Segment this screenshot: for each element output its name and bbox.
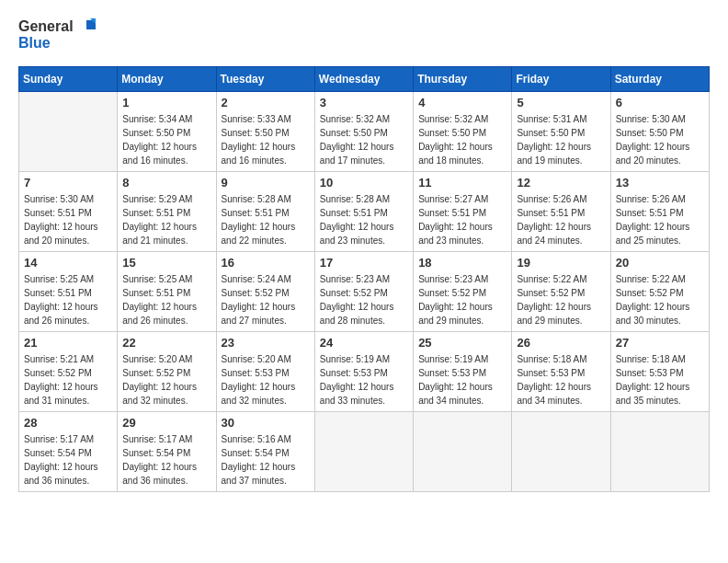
- week-row-2: 7Sunrise: 5:30 AMSunset: 5:51 PMDaylight…: [19, 171, 710, 251]
- calendar-cell: 26Sunrise: 5:18 AMSunset: 5:53 PMDayligh…: [512, 331, 610, 411]
- week-row-5: 28Sunrise: 5:17 AMSunset: 5:54 PMDayligh…: [19, 411, 710, 491]
- calendar-cell: 3Sunrise: 5:32 AMSunset: 5:50 PMDaylight…: [314, 91, 413, 171]
- weekday-header-friday: Friday: [512, 66, 610, 91]
- day-info: Sunrise: 5:22 AMSunset: 5:52 PMDaylight:…: [616, 272, 704, 327]
- day-number: 7: [24, 176, 112, 190]
- calendar-cell: 28Sunrise: 5:17 AMSunset: 5:54 PMDayligh…: [19, 411, 118, 491]
- calendar-cell: 19Sunrise: 5:22 AMSunset: 5:52 PMDayligh…: [512, 251, 610, 331]
- calendar-cell: 25Sunrise: 5:19 AMSunset: 5:53 PMDayligh…: [414, 331, 512, 411]
- calendar-cell: 29Sunrise: 5:17 AMSunset: 5:54 PMDayligh…: [118, 411, 216, 491]
- day-info: Sunrise: 5:26 AMSunset: 5:51 PMDaylight:…: [517, 192, 605, 247]
- day-number: 6: [616, 96, 704, 109]
- calendar-cell: 1Sunrise: 5:34 AMSunset: 5:50 PMDaylight…: [118, 91, 216, 171]
- day-info: Sunrise: 5:28 AMSunset: 5:51 PMDaylight:…: [320, 192, 408, 247]
- day-number: 8: [122, 176, 210, 190]
- day-info: Sunrise: 5:25 AMSunset: 5:51 PMDaylight:…: [122, 272, 210, 327]
- day-number: 2: [222, 96, 310, 109]
- day-info: Sunrise: 5:23 AMSunset: 5:52 PMDaylight:…: [418, 272, 506, 327]
- calendar-cell: [414, 411, 512, 491]
- day-number: 13: [616, 176, 704, 190]
- day-number: 17: [320, 256, 408, 270]
- calendar-table: SundayMondayTuesdayWednesdayThursdayFrid…: [18, 66, 710, 492]
- day-number: 14: [24, 256, 112, 270]
- day-info: Sunrise: 5:18 AMSunset: 5:53 PMDaylight:…: [517, 352, 605, 408]
- day-number: 1: [122, 96, 210, 109]
- day-number: 30: [222, 416, 310, 430]
- week-row-4: 21Sunrise: 5:21 AMSunset: 5:52 PMDayligh…: [19, 331, 710, 411]
- day-number: 18: [418, 256, 506, 270]
- calendar-cell: 7Sunrise: 5:30 AMSunset: 5:51 PMDaylight…: [19, 171, 118, 251]
- weekday-header-sunday: Sunday: [19, 66, 118, 91]
- day-number: 3: [320, 96, 408, 109]
- calendar-cell: 15Sunrise: 5:25 AMSunset: 5:51 PMDayligh…: [118, 251, 216, 331]
- day-number: 11: [418, 176, 506, 190]
- day-number: 19: [517, 256, 605, 270]
- day-number: 26: [517, 336, 605, 350]
- day-number: 9: [222, 176, 310, 190]
- day-info: Sunrise: 5:24 AMSunset: 5:52 PMDaylight:…: [222, 272, 310, 327]
- day-info: Sunrise: 5:19 AMSunset: 5:53 PMDaylight:…: [418, 352, 506, 408]
- day-info: Sunrise: 5:32 AMSunset: 5:50 PMDaylight:…: [320, 112, 408, 167]
- day-number: 23: [222, 336, 310, 350]
- calendar-cell: 11Sunrise: 5:27 AMSunset: 5:51 PMDayligh…: [414, 171, 512, 251]
- calendar-cell: 16Sunrise: 5:24 AMSunset: 5:52 PMDayligh…: [216, 251, 314, 331]
- day-info: Sunrise: 5:21 AMSunset: 5:52 PMDaylight:…: [24, 352, 112, 408]
- day-number: 24: [320, 336, 408, 350]
- day-number: 16: [222, 256, 310, 270]
- calendar-cell: 10Sunrise: 5:28 AMSunset: 5:51 PMDayligh…: [314, 171, 413, 251]
- calendar-cell: 13Sunrise: 5:26 AMSunset: 5:51 PMDayligh…: [610, 171, 709, 251]
- logo: General Blue: [18, 18, 96, 52]
- day-info: Sunrise: 5:17 AMSunset: 5:54 PMDaylight:…: [122, 432, 210, 488]
- day-info: Sunrise: 5:17 AMSunset: 5:54 PMDaylight:…: [24, 432, 112, 488]
- logo-blue: Blue: [18, 35, 96, 52]
- day-number: 28: [24, 416, 112, 430]
- day-info: Sunrise: 5:26 AMSunset: 5:51 PMDaylight:…: [616, 192, 704, 247]
- day-number: 15: [122, 256, 210, 270]
- day-info: Sunrise: 5:32 AMSunset: 5:50 PMDaylight:…: [418, 112, 506, 167]
- page-header: General Blue: [18, 18, 710, 52]
- calendar-cell: 6Sunrise: 5:30 AMSunset: 5:50 PMDaylight…: [610, 91, 709, 171]
- calendar-cell: [610, 411, 709, 491]
- calendar-cell: 2Sunrise: 5:33 AMSunset: 5:50 PMDaylight…: [216, 91, 314, 171]
- day-info: Sunrise: 5:20 AMSunset: 5:52 PMDaylight:…: [122, 352, 210, 408]
- calendar-cell: [314, 411, 413, 491]
- calendar-cell: 12Sunrise: 5:26 AMSunset: 5:51 PMDayligh…: [512, 171, 610, 251]
- calendar-cell: 5Sunrise: 5:31 AMSunset: 5:50 PMDaylight…: [512, 91, 610, 171]
- calendar-cell: 22Sunrise: 5:20 AMSunset: 5:52 PMDayligh…: [118, 331, 216, 411]
- weekday-header-thursday: Thursday: [414, 66, 512, 91]
- calendar-cell: [19, 91, 118, 171]
- day-info: Sunrise: 5:28 AMSunset: 5:51 PMDaylight:…: [222, 192, 310, 247]
- day-number: 20: [616, 256, 704, 270]
- weekday-header-wednesday: Wednesday: [314, 66, 413, 91]
- calendar-cell: 27Sunrise: 5:18 AMSunset: 5:53 PMDayligh…: [610, 331, 709, 411]
- day-number: 25: [418, 336, 506, 350]
- logo-text: General Blue: [18, 18, 96, 52]
- logo-general: General: [18, 18, 74, 35]
- day-info: Sunrise: 5:27 AMSunset: 5:51 PMDaylight:…: [418, 192, 506, 247]
- calendar-cell: 30Sunrise: 5:16 AMSunset: 5:54 PMDayligh…: [216, 411, 314, 491]
- calendar-cell: 8Sunrise: 5:29 AMSunset: 5:51 PMDaylight…: [118, 171, 216, 251]
- calendar-cell: 14Sunrise: 5:25 AMSunset: 5:51 PMDayligh…: [19, 251, 118, 331]
- weekday-header-tuesday: Tuesday: [216, 66, 314, 91]
- day-info: Sunrise: 5:16 AMSunset: 5:54 PMDaylight:…: [222, 432, 310, 488]
- calendar-header-row: SundayMondayTuesdayWednesdayThursdayFrid…: [19, 66, 710, 91]
- day-info: Sunrise: 5:18 AMSunset: 5:53 PMDaylight:…: [616, 352, 704, 408]
- weekday-header-saturday: Saturday: [610, 66, 709, 91]
- day-info: Sunrise: 5:30 AMSunset: 5:50 PMDaylight:…: [616, 112, 704, 167]
- day-number: 4: [418, 96, 506, 109]
- day-info: Sunrise: 5:30 AMSunset: 5:51 PMDaylight:…: [24, 192, 112, 247]
- week-row-1: 1Sunrise: 5:34 AMSunset: 5:50 PMDaylight…: [19, 91, 710, 171]
- day-number: 29: [122, 416, 210, 430]
- calendar-cell: 4Sunrise: 5:32 AMSunset: 5:50 PMDaylight…: [414, 91, 512, 171]
- day-number: 12: [517, 176, 605, 190]
- day-info: Sunrise: 5:23 AMSunset: 5:52 PMDaylight:…: [320, 272, 408, 327]
- day-info: Sunrise: 5:25 AMSunset: 5:51 PMDaylight:…: [24, 272, 112, 327]
- day-number: 22: [122, 336, 210, 350]
- calendar-cell: 24Sunrise: 5:19 AMSunset: 5:53 PMDayligh…: [314, 331, 413, 411]
- calendar-cell: 21Sunrise: 5:21 AMSunset: 5:52 PMDayligh…: [19, 331, 118, 411]
- calendar-cell: 18Sunrise: 5:23 AMSunset: 5:52 PMDayligh…: [414, 251, 512, 331]
- day-info: Sunrise: 5:31 AMSunset: 5:50 PMDaylight:…: [517, 112, 605, 167]
- day-number: 21: [24, 336, 112, 350]
- calendar-cell: 23Sunrise: 5:20 AMSunset: 5:53 PMDayligh…: [216, 331, 314, 411]
- calendar-cell: 17Sunrise: 5:23 AMSunset: 5:52 PMDayligh…: [314, 251, 413, 331]
